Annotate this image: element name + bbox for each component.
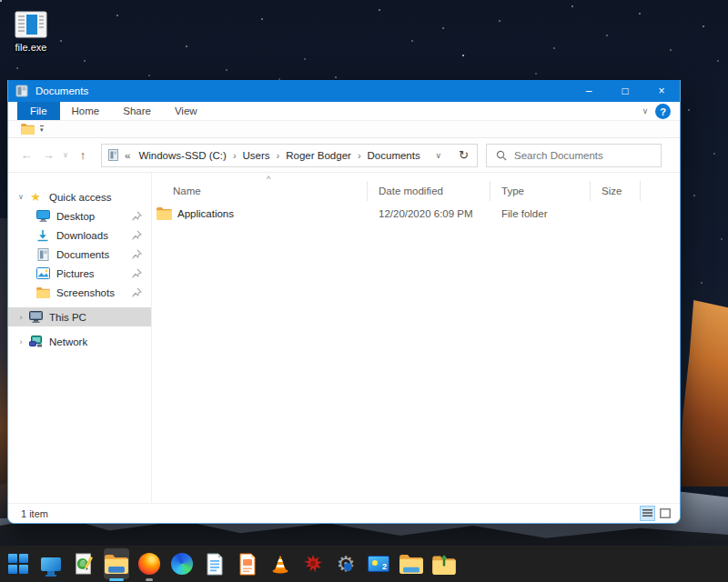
explorer-window: Documents – □ × File Home Share View ∨ ?… (7, 80, 681, 524)
navigation-bar: ← → ∨ ↑ « Windows-SSD (C:) › Users › Rog… (8, 138, 680, 173)
pin-icon[interactable] (131, 211, 142, 222)
writer-document-icon (206, 553, 224, 576)
sidebar-item-downloads[interactable]: Downloads (8, 226, 151, 245)
pin-icon[interactable] (131, 287, 142, 298)
column-header-size[interactable]: Size (591, 181, 641, 201)
chevron-right-icon[interactable]: › (14, 313, 28, 322)
file-explorer-icon (105, 555, 128, 574)
folder-icon (399, 555, 423, 574)
sidebar-item-desktop[interactable]: Desktop (8, 206, 151, 226)
taskbar-folder-upload-shortcut[interactable] (431, 548, 457, 579)
pin-icon[interactable] (131, 249, 142, 260)
refresh-button[interactable]: ↻ (450, 148, 477, 162)
sidebar-item-screenshots[interactable]: Screenshots (8, 283, 151, 302)
close-button[interactable]: × (643, 80, 680, 102)
taskbar-file-explorer[interactable] (104, 548, 129, 579)
chevron-down-icon[interactable]: ∨ (14, 193, 28, 201)
folder-icon (157, 207, 172, 220)
sidebar-item-network[interactable]: › Network (8, 332, 151, 351)
pictures-icon (35, 266, 50, 281)
breadcrumb-separator-icon[interactable]: › (353, 150, 366, 161)
pin-icon[interactable] (131, 268, 142, 279)
taskbar-impress-app[interactable] (235, 548, 260, 579)
forward-button[interactable]: → (37, 144, 59, 167)
edge-icon (171, 553, 193, 575)
taskbar-monitor-app[interactable] (38, 548, 64, 579)
window-titlebar[interactable]: Documents – □ × (8, 80, 680, 102)
file-date-modified: 12/20/2020 6:09 PM (368, 208, 490, 219)
start-button[interactable] (5, 548, 31, 579)
maximize-button[interactable]: □ (607, 80, 643, 102)
taskbar-settings[interactable]: ⚙ (333, 548, 359, 579)
sidebar-item-this-pc[interactable]: › This PC (8, 307, 151, 326)
column-headers: ^ Name Date modified Type Size (152, 177, 680, 201)
taskbar-writer-document-app[interactable] (202, 548, 228, 579)
up-button[interactable]: ↑ (72, 144, 94, 167)
breadcrumb-separator-icon[interactable]: › (272, 150, 285, 161)
file-name: Applications (177, 208, 234, 219)
firefox-icon (138, 553, 160, 575)
location-document-icon (107, 149, 119, 161)
desktop-icon-label: file.exe (2, 42, 60, 53)
folder-upload-icon (432, 554, 456, 575)
window-title: Documents (35, 85, 571, 96)
desktop-wallpaper: file.exe Documents – □ × File Home Share… (0, 0, 728, 582)
tab-share[interactable]: Share (111, 102, 163, 120)
help-button[interactable]: ? (655, 104, 671, 119)
taskbar-firefox[interactable] (136, 548, 162, 579)
pin-icon[interactable] (131, 230, 142, 241)
breadcrumb-drive[interactable]: Windows-SSD (C:) (136, 150, 228, 161)
taskbar-paint-splatter-app[interactable] (300, 548, 326, 579)
navigation-pane: ∨ ★ Quick access Desktop (8, 173, 151, 503)
taskbar-folder-shortcut[interactable] (399, 548, 424, 579)
red-splatter-icon (302, 553, 324, 575)
tab-home[interactable]: Home (60, 102, 112, 120)
display-media-icon: 2 (368, 556, 389, 572)
breadcrumb-separator-icon[interactable]: › (228, 150, 241, 161)
address-dropdown-chevron-icon[interactable]: ∨ (427, 151, 451, 160)
downloads-icon (35, 228, 50, 243)
mountain-alpenglow-decoration (679, 300, 728, 487)
folder-icon[interactable] (21, 124, 35, 135)
search-box[interactable] (486, 144, 662, 167)
impress-icon (238, 553, 257, 576)
taskbar-vlc[interactable] (268, 548, 293, 579)
taskbar-html-editor-app[interactable] (71, 548, 96, 579)
taskbar-display-media-app[interactable]: 2 (366, 548, 391, 579)
search-input[interactable] (514, 150, 655, 161)
file-row-applications[interactable]: Applications 12/20/2020 6:09 PM File fol… (152, 204, 680, 224)
recent-locations-chevron-icon[interactable]: ∨ (59, 144, 72, 167)
item-count: 1 item (21, 508, 48, 519)
sort-ascending-icon[interactable]: ^ (267, 175, 270, 184)
desktop-icon (35, 209, 50, 224)
sidebar-item-pictures[interactable]: Pictures (8, 264, 151, 283)
explorer-app-icon (15, 85, 28, 97)
chevron-right-icon[interactable]: › (14, 337, 28, 346)
sidebar-item-quick-access[interactable]: ∨ ★ Quick access (8, 187, 151, 206)
tab-file[interactable]: File (17, 102, 60, 120)
large-icons-view-icon (660, 508, 671, 518)
tab-view[interactable]: View (163, 102, 209, 120)
column-header-date-modified[interactable]: Date modified (368, 181, 490, 201)
status-bar: 1 item (8, 503, 680, 523)
sidebar-item-documents[interactable]: Documents (8, 245, 151, 264)
qat-customize-arrow-icon[interactable]: ▾ (40, 125, 44, 133)
large-icons-view-button[interactable] (657, 506, 672, 521)
desktop-icon-file-exe[interactable]: file.exe (2, 11, 60, 53)
sun-icon (372, 560, 378, 566)
back-button[interactable]: ← (15, 144, 37, 167)
breadcrumb-overflow[interactable]: « (125, 150, 130, 161)
column-header-type[interactable]: Type (490, 181, 591, 201)
minimize-button[interactable]: – (571, 80, 607, 102)
details-view-button[interactable] (640, 506, 655, 521)
vlc-cone-icon (269, 553, 291, 575)
address-bar[interactable]: « Windows-SSD (C:) › Users › Roger Bodge… (101, 144, 478, 167)
breadcrumb-current-folder[interactable]: Documents (366, 150, 422, 161)
breadcrumb-user[interactable]: Roger Bodger (284, 150, 353, 161)
ribbon-collapse-chevron-icon[interactable]: ∨ (635, 102, 655, 120)
taskbar-edge[interactable] (169, 548, 195, 579)
exe-app-icon (15, 11, 47, 38)
ribbon-tab-bar: File Home Share View ∨ ? (8, 102, 680, 121)
column-header-name[interactable]: Name (152, 181, 368, 201)
breadcrumb-users[interactable]: Users (241, 150, 272, 161)
